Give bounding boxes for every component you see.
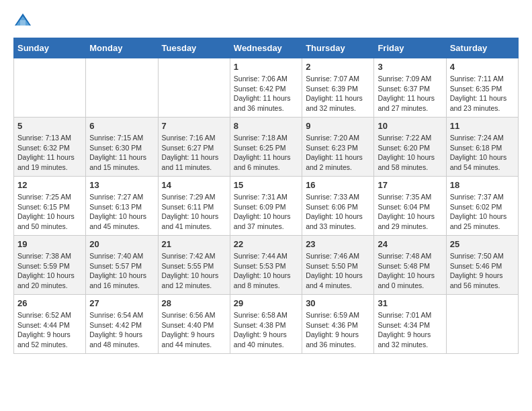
logo-icon: [13, 11, 32, 30]
calendar-cell: 21Sunrise: 7:42 AM Sunset: 5:55 PM Dayli…: [158, 236, 230, 295]
calendar-cell: 10Sunrise: 7:22 AM Sunset: 6:20 PM Dayli…: [374, 118, 446, 177]
calendar-cell: 27Sunrise: 6:54 AM Sunset: 4:42 PM Dayli…: [86, 295, 158, 354]
cell-info: Sunrise: 7:33 AM Sunset: 6:06 PM Dayligh…: [306, 192, 370, 232]
day-header-tuesday: Tuesday: [158, 38, 230, 58]
calendar-cell: 28Sunrise: 6:56 AM Sunset: 4:40 PM Dayli…: [158, 295, 230, 354]
day-number: 8: [234, 121, 298, 131]
day-number: 3: [378, 62, 442, 72]
cell-info: Sunrise: 7:24 AM Sunset: 6:18 PM Dayligh…: [450, 133, 515, 173]
day-number: 21: [162, 239, 226, 249]
cell-info: Sunrise: 7:16 AM Sunset: 6:27 PM Dayligh…: [162, 133, 226, 173]
day-header-wednesday: Wednesday: [230, 38, 302, 58]
cell-info: Sunrise: 7:01 AM Sunset: 4:34 PM Dayligh…: [378, 310, 442, 350]
day-header-thursday: Thursday: [302, 38, 374, 58]
day-header-sunday: Sunday: [14, 38, 86, 58]
header-row: SundayMondayTuesdayWednesdayThursdayFrid…: [14, 38, 519, 58]
day-number: 28: [162, 298, 226, 308]
day-number: 7: [162, 121, 226, 131]
calendar-cell: 6Sunrise: 7:15 AM Sunset: 6:30 PM Daylig…: [86, 118, 158, 177]
day-number: 13: [89, 180, 154, 190]
day-number: 17: [378, 180, 442, 190]
calendar-cell: 19Sunrise: 7:38 AM Sunset: 5:59 PM Dayli…: [14, 236, 86, 295]
calendar-cell: 31Sunrise: 7:01 AM Sunset: 4:34 PM Dayli…: [374, 295, 446, 354]
cell-info: Sunrise: 6:56 AM Sunset: 4:40 PM Dayligh…: [162, 310, 226, 350]
cell-info: Sunrise: 7:42 AM Sunset: 5:55 PM Dayligh…: [162, 251, 226, 291]
cell-info: Sunrise: 6:54 AM Sunset: 4:42 PM Dayligh…: [89, 310, 154, 350]
calendar-cell: [86, 58, 158, 118]
cell-info: Sunrise: 7:37 AM Sunset: 6:02 PM Dayligh…: [450, 192, 515, 232]
day-number: 22: [234, 239, 298, 249]
day-number: 15: [234, 180, 298, 190]
day-number: 30: [306, 298, 370, 308]
cell-info: Sunrise: 7:38 AM Sunset: 5:59 PM Dayligh…: [17, 251, 82, 291]
week-row-1: 5Sunrise: 7:13 AM Sunset: 6:32 PM Daylig…: [14, 118, 519, 177]
day-number: 4: [450, 62, 515, 72]
svg-rect-2: [20, 20, 26, 26]
cell-info: Sunrise: 7:20 AM Sunset: 6:23 PM Dayligh…: [306, 133, 370, 173]
cell-info: Sunrise: 7:29 AM Sunset: 6:11 PM Dayligh…: [162, 192, 226, 232]
calendar-cell: 9Sunrise: 7:20 AM Sunset: 6:23 PM Daylig…: [302, 118, 374, 177]
cell-info: Sunrise: 7:25 AM Sunset: 6:15 PM Dayligh…: [17, 192, 82, 232]
calendar-cell: 30Sunrise: 6:59 AM Sunset: 4:36 PM Dayli…: [302, 295, 374, 354]
cell-info: Sunrise: 7:07 AM Sunset: 6:39 PM Dayligh…: [306, 74, 370, 113]
calendar-cell: 17Sunrise: 7:35 AM Sunset: 6:04 PM Dayli…: [374, 177, 446, 236]
calendar-cell: 20Sunrise: 7:40 AM Sunset: 5:57 PM Dayli…: [86, 236, 158, 295]
week-row-4: 26Sunrise: 6:52 AM Sunset: 4:44 PM Dayli…: [14, 295, 519, 354]
day-number: 29: [234, 298, 298, 308]
calendar-cell: 22Sunrise: 7:44 AM Sunset: 5:53 PM Dayli…: [230, 236, 302, 295]
calendar-cell: 24Sunrise: 7:48 AM Sunset: 5:48 PM Dayli…: [374, 236, 446, 295]
day-number: 16: [306, 180, 370, 190]
calendar-cell: 15Sunrise: 7:31 AM Sunset: 6:09 PM Dayli…: [230, 177, 302, 236]
day-number: 26: [17, 298, 82, 308]
cell-info: Sunrise: 7:40 AM Sunset: 5:57 PM Dayligh…: [89, 251, 154, 291]
day-number: 23: [306, 239, 370, 249]
day-number: 10: [378, 121, 442, 131]
calendar-cell: 25Sunrise: 7:50 AM Sunset: 5:46 PM Dayli…: [446, 236, 518, 295]
calendar-cell: 26Sunrise: 6:52 AM Sunset: 4:44 PM Dayli…: [14, 295, 86, 354]
day-number: 1: [234, 62, 298, 72]
day-number: 12: [17, 180, 82, 190]
day-number: 18: [450, 180, 515, 190]
day-number: 27: [89, 298, 154, 308]
cell-info: Sunrise: 6:59 AM Sunset: 4:36 PM Dayligh…: [306, 310, 370, 350]
day-header-monday: Monday: [86, 38, 158, 58]
cell-info: Sunrise: 7:46 AM Sunset: 5:50 PM Dayligh…: [306, 251, 370, 291]
day-number: 19: [17, 239, 82, 249]
day-number: 9: [306, 121, 370, 131]
day-number: 11: [450, 121, 515, 131]
calendar-cell: 3Sunrise: 7:09 AM Sunset: 6:37 PM Daylig…: [374, 58, 446, 118]
calendar-cell: 18Sunrise: 7:37 AM Sunset: 6:02 PM Dayli…: [446, 177, 518, 236]
calendar-cell: 8Sunrise: 7:18 AM Sunset: 6:25 PM Daylig…: [230, 118, 302, 177]
cell-info: Sunrise: 7:22 AM Sunset: 6:20 PM Dayligh…: [378, 133, 442, 173]
cell-info: Sunrise: 7:15 AM Sunset: 6:30 PM Dayligh…: [89, 133, 154, 173]
day-number: 14: [162, 180, 226, 190]
calendar-cell: 4Sunrise: 7:11 AM Sunset: 6:35 PM Daylig…: [446, 58, 518, 118]
week-row-3: 19Sunrise: 7:38 AM Sunset: 5:59 PM Dayli…: [14, 236, 519, 295]
logo: [13, 11, 35, 30]
calendar-cell: 12Sunrise: 7:25 AM Sunset: 6:15 PM Dayli…: [14, 177, 86, 236]
cell-info: Sunrise: 7:13 AM Sunset: 6:32 PM Dayligh…: [17, 133, 82, 173]
cell-info: Sunrise: 6:58 AM Sunset: 4:38 PM Dayligh…: [234, 310, 298, 350]
calendar-cell: [158, 58, 230, 118]
day-number: 25: [450, 239, 515, 249]
cell-info: Sunrise: 7:06 AM Sunset: 6:42 PM Dayligh…: [234, 74, 298, 113]
calendar-cell: 16Sunrise: 7:33 AM Sunset: 6:06 PM Dayli…: [302, 177, 374, 236]
day-header-friday: Friday: [374, 38, 446, 58]
calendar-cell: 23Sunrise: 7:46 AM Sunset: 5:50 PM Dayli…: [302, 236, 374, 295]
calendar-cell: 13Sunrise: 7:27 AM Sunset: 6:13 PM Dayli…: [86, 177, 158, 236]
cell-info: Sunrise: 7:31 AM Sunset: 6:09 PM Dayligh…: [234, 192, 298, 232]
calendar-cell: 2Sunrise: 7:07 AM Sunset: 6:39 PM Daylig…: [302, 58, 374, 118]
calendar-cell: [446, 295, 518, 354]
header: [13, 11, 519, 30]
cell-info: Sunrise: 7:50 AM Sunset: 5:46 PM Dayligh…: [450, 251, 515, 291]
cell-info: Sunrise: 6:52 AM Sunset: 4:44 PM Dayligh…: [17, 310, 82, 350]
cell-info: Sunrise: 7:18 AM Sunset: 6:25 PM Dayligh…: [234, 133, 298, 173]
day-header-saturday: Saturday: [446, 38, 518, 58]
calendar-cell: 14Sunrise: 7:29 AM Sunset: 6:11 PM Dayli…: [158, 177, 230, 236]
cell-info: Sunrise: 7:27 AM Sunset: 6:13 PM Dayligh…: [89, 192, 154, 232]
day-number: 2: [306, 62, 370, 72]
day-number: 31: [378, 298, 442, 308]
calendar-cell: 7Sunrise: 7:16 AM Sunset: 6:27 PM Daylig…: [158, 118, 230, 177]
cell-info: Sunrise: 7:44 AM Sunset: 5:53 PM Dayligh…: [234, 251, 298, 291]
cell-info: Sunrise: 7:09 AM Sunset: 6:37 PM Dayligh…: [378, 74, 442, 113]
